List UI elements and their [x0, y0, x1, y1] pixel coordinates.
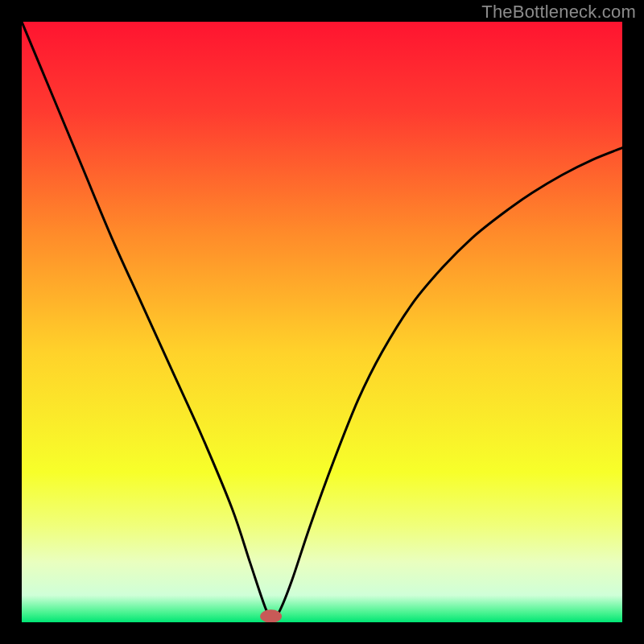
watermark-text: TheBottleneck.com — [481, 2, 636, 23]
chart-svg — [22, 22, 622, 622]
chart-frame: TheBottleneck.com — [0, 0, 644, 644]
plot-area — [22, 22, 622, 622]
gradient-background — [22, 22, 622, 622]
current-point-marker — [260, 609, 282, 622]
